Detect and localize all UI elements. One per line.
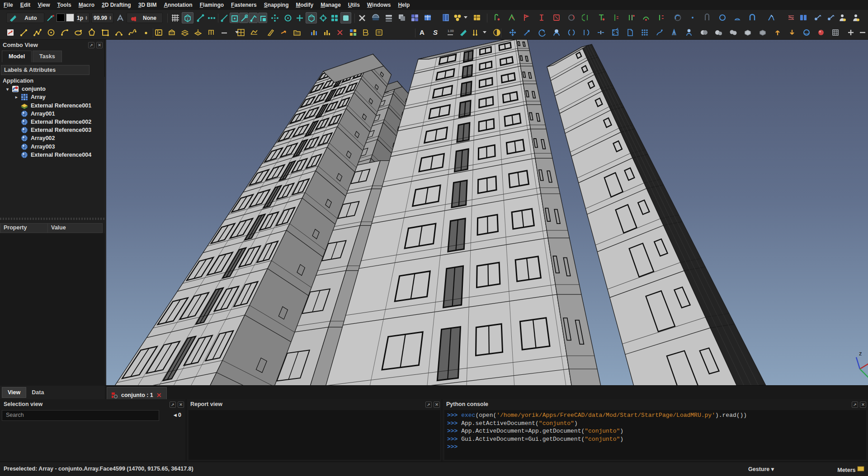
svg-text:1.00: 1.00 [448, 29, 454, 33]
svg-text:z: z [859, 350, 862, 357]
